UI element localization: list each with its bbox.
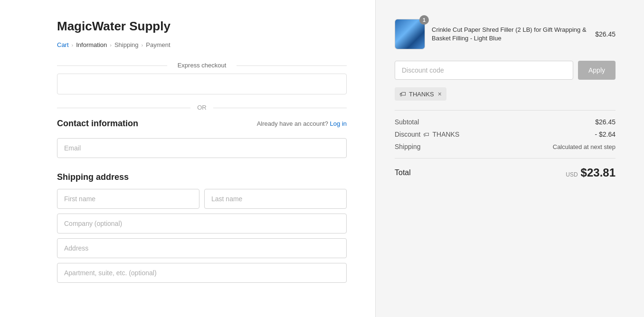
- chevron-icon-2: ›: [110, 42, 112, 48]
- product-price: $26.45: [595, 30, 616, 38]
- breadcrumb-payment: Payment: [146, 41, 170, 48]
- total-value-wrap: USD $23.81: [566, 166, 616, 179]
- discount-tag: 🏷 THANKS ×: [395, 87, 446, 101]
- express-checkout-section: Express checkout: [57, 62, 347, 94]
- product-quantity-badge: 1: [419, 15, 429, 25]
- total-row: Total USD $23.81: [395, 158, 616, 179]
- applied-tag-label: THANKS: [409, 91, 434, 98]
- contact-row: Contact information Already have an acco…: [57, 119, 347, 129]
- or-divider: OR: [57, 104, 347, 111]
- store-title: MagicWater Supply: [57, 19, 347, 34]
- discount-label-wrap: Discount 🏷 THANKS: [395, 131, 459, 138]
- product-image-inner: [395, 19, 425, 49]
- discount-row: Discount 🏷 THANKS - $2.64: [395, 131, 616, 138]
- shipping-label: Shipping: [395, 143, 421, 150]
- company-field[interactable]: [57, 214, 347, 233]
- product-name: Crinkle Cut Paper Shred Filler (2 LB) fo…: [432, 26, 588, 43]
- shipping-value: Calculated at next step: [553, 143, 616, 150]
- breadcrumb-information: Information: [76, 41, 107, 48]
- subtotal-value: $26.45: [595, 118, 616, 126]
- chevron-icon-3: ›: [142, 42, 143, 48]
- total-label: Total: [395, 168, 411, 177]
- discount-code-input[interactable]: [395, 61, 573, 80]
- name-row: [57, 189, 347, 209]
- product-row: 1 Crinkle Cut Paper Shred Filler (2 LB) …: [395, 19, 616, 49]
- right-panel: 1 Crinkle Cut Paper Shred Filler (2 LB) …: [375, 0, 644, 317]
- breadcrumb-cart[interactable]: Cart: [57, 41, 69, 48]
- login-link[interactable]: Log in: [330, 120, 347, 127]
- discount-code-row: Apply: [395, 61, 616, 80]
- chevron-icon-1: ›: [72, 42, 74, 48]
- total-amount: $23.81: [581, 166, 616, 179]
- discount-tag-name: THANKS: [432, 131, 459, 138]
- subtotal-row: Subtotal $26.45: [395, 118, 616, 126]
- contact-title: Contact information: [57, 119, 138, 129]
- shipping-row: Shipping Calculated at next step: [395, 143, 616, 150]
- apartment-field[interactable]: [57, 263, 347, 283]
- last-name-field[interactable]: [204, 189, 347, 209]
- express-checkout-label: Express checkout: [57, 62, 347, 69]
- tag-icon: 🏷: [399, 90, 406, 98]
- product-info: Crinkle Cut Paper Shred Filler (2 LB) fo…: [432, 26, 588, 43]
- discount-value: - $2.64: [595, 131, 616, 138]
- first-name-field[interactable]: [57, 189, 199, 209]
- product-image-wrap: 1: [395, 19, 425, 49]
- remove-tag-button[interactable]: ×: [438, 90, 442, 98]
- breadcrumb-shipping: Shipping: [114, 41, 139, 48]
- discount-tag-icon-sm: 🏷: [423, 131, 429, 138]
- address-field[interactable]: [57, 238, 347, 258]
- express-checkout-box[interactable]: [57, 74, 347, 94]
- email-field[interactable]: [57, 138, 347, 158]
- summary-divider: [395, 110, 616, 111]
- shipping-title: Shipping address: [57, 172, 347, 182]
- left-panel: MagicWater Supply Cart › Information › S…: [0, 0, 375, 317]
- total-currency: USD: [566, 171, 578, 178]
- discount-label: Discount: [395, 131, 420, 138]
- breadcrumb: Cart › Information › Shipping › Payment: [57, 41, 347, 48]
- apply-button[interactable]: Apply: [578, 61, 616, 80]
- already-account: Already have an account? Log in: [257, 120, 347, 127]
- subtotal-label: Subtotal: [395, 118, 419, 126]
- product-image: [395, 19, 425, 49]
